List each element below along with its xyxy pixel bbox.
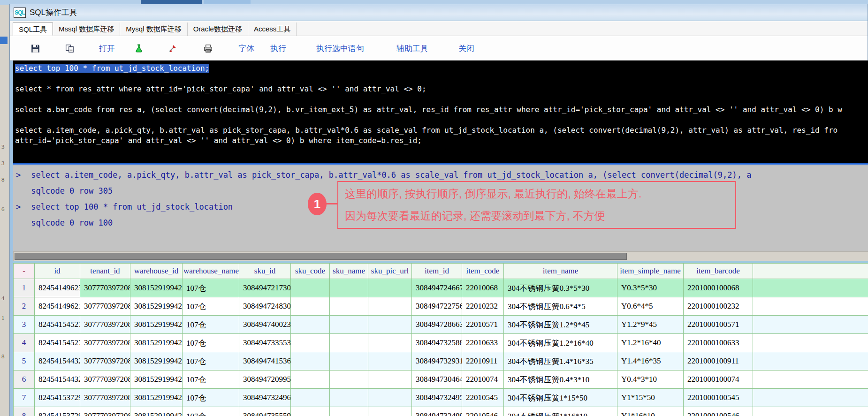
table-cell[interactable]: [368, 371, 412, 389]
tab-item-3[interactable]: Oracle数据迁移: [188, 23, 248, 36]
table-cell[interactable]: [291, 334, 330, 352]
table-cell[interactable]: 107仓: [183, 297, 239, 316]
table-cell[interactable]: 22010571: [462, 316, 504, 334]
table-cell[interactable]: 304不锈钢压簧0.6*4*5: [504, 297, 617, 316]
table-cell[interactable]: 308152919942: [130, 316, 183, 334]
row-number[interactable]: 4: [14, 334, 35, 352]
table-cell[interactable]: 308494720995: [239, 371, 291, 389]
row-number[interactable]: 5: [14, 352, 35, 371]
table-cell[interactable]: [330, 389, 368, 407]
table-cell[interactable]: 2201000100074: [684, 371, 753, 389]
editor-line[interactable]: [15, 74, 868, 84]
table-cell[interactable]: Y1.2*9*45: [617, 316, 684, 334]
table-cell[interactable]: 308494721730: [239, 279, 291, 297]
editor-line[interactable]: select a.item_code, a.pick_qty, b.attr_v…: [15, 125, 868, 136]
table-cell[interactable]: [368, 407, 412, 416]
table-cell[interactable]: [330, 334, 368, 352]
table-cell[interactable]: 304不锈钢压簧0.4*3*10: [504, 371, 617, 389]
sql-editor[interactable]: select top 100 * from ut_jd_stock_locati…: [13, 61, 868, 163]
table-cell[interactable]: 308494732495: [412, 389, 462, 407]
table-cell[interactable]: 824541544326: [35, 352, 80, 371]
cutter-button[interactable]: [168, 42, 177, 54]
table-cell[interactable]: 107仓: [183, 371, 239, 389]
table-cell[interactable]: [291, 279, 330, 297]
open-button[interactable]: 打开: [99, 42, 115, 54]
row-number[interactable]: 2: [14, 297, 35, 316]
table-cell[interactable]: 308494740023: [239, 316, 291, 334]
table-cell[interactable]: 308494735559: [239, 407, 291, 416]
table-cell[interactable]: 2201000100546: [684, 407, 753, 416]
column-header-warehouse_name[interactable]: warehouse_name: [183, 264, 239, 279]
table-cell[interactable]: 22010545: [462, 389, 504, 407]
tab-sql-tools[interactable]: SQL工具: [13, 23, 53, 36]
editor-line[interactable]: [15, 94, 868, 105]
table-cell[interactable]: Y0.4*3*10: [617, 371, 684, 389]
table-row[interactable]: 5824541544326307770397208308152919942107…: [14, 352, 868, 371]
table-cell[interactable]: 308494733553: [239, 334, 291, 352]
table-cell[interactable]: [368, 297, 412, 316]
editor-line[interactable]: [15, 115, 868, 125]
table-cell[interactable]: [368, 316, 412, 334]
table-cell[interactable]: [291, 297, 330, 316]
table-cell[interactable]: 308152919942: [130, 389, 183, 407]
tab-item-2[interactable]: Mysql 数据库迁移: [120, 23, 187, 36]
table-cell[interactable]: [330, 316, 368, 334]
table-cell[interactable]: 308494724830: [239, 297, 291, 316]
table-cell[interactable]: 307770397208: [80, 352, 130, 371]
table-row[interactable]: 4824541545274307770397208308152919942107…: [14, 334, 868, 352]
column-header-item_id[interactable]: item_id: [412, 264, 462, 279]
table-cell[interactable]: 307770397208: [80, 371, 130, 389]
tab-item-4[interactable]: Access工具: [248, 23, 297, 36]
table-cell[interactable]: 824541537294: [35, 389, 80, 407]
table-cell[interactable]: [330, 407, 368, 416]
table-cell[interactable]: Y1.4*16*35: [617, 352, 684, 371]
table-cell[interactable]: [291, 371, 330, 389]
table-cell[interactable]: 304不锈钢压簧1*16*10: [504, 407, 617, 416]
table-cell[interactable]: 22010633: [462, 334, 504, 352]
table-cell[interactable]: 307770397208: [80, 297, 130, 316]
table-cell[interactable]: 2201000100571: [684, 316, 753, 334]
editor-line[interactable]: attr_id='pick_stor_capa' and attr_val <>…: [15, 136, 868, 146]
flask-button[interactable]: [135, 42, 143, 54]
table-cell[interactable]: 22010232: [462, 297, 504, 316]
column-header-warehouse_id[interactable]: warehouse_id: [130, 264, 183, 279]
execute-selected-button[interactable]: 执行选中语句: [316, 42, 364, 54]
table-cell[interactable]: 2201000100232: [684, 297, 753, 316]
column-header-sku_pic_url[interactable]: sku_pic_url: [368, 264, 412, 279]
row-number[interactable]: 3: [14, 316, 35, 334]
table-cell[interactable]: 22010911: [462, 352, 504, 371]
table-cell[interactable]: Y0.6*4*5: [617, 297, 684, 316]
table-cell[interactable]: [330, 279, 368, 297]
table-cell[interactable]: 107仓: [183, 389, 239, 407]
table-cell[interactable]: 2201000100911: [684, 352, 753, 371]
table-cell[interactable]: [368, 389, 412, 407]
aux-tools-button[interactable]: 辅助工具: [396, 42, 428, 54]
table-cell[interactable]: [330, 371, 368, 389]
table-cell[interactable]: 824541544324: [35, 371, 80, 389]
table-cell[interactable]: 308152919942: [130, 334, 183, 352]
table-cell[interactable]: [291, 316, 330, 334]
table-cell[interactable]: [368, 352, 412, 371]
table-cell[interactable]: 824541545275: [35, 316, 80, 334]
table-cell[interactable]: 308494722756: [412, 297, 462, 316]
table-cell[interactable]: 22010546: [462, 407, 504, 416]
editor-line[interactable]: select top 100 * from ut_jd_stock_locati…: [15, 63, 868, 74]
table-cell[interactable]: 308152919942: [130, 297, 183, 316]
save-button[interactable]: [31, 42, 40, 54]
table-cell[interactable]: 107仓: [183, 279, 239, 297]
editor-line[interactable]: select a.bar_code from res a, (select co…: [15, 105, 868, 115]
table-cell[interactable]: 308494724667: [412, 279, 462, 297]
table-cell[interactable]: 308494730464: [412, 371, 462, 389]
row-number[interactable]: 7: [14, 389, 35, 407]
table-cell[interactable]: 2201000100068: [684, 279, 753, 297]
table-cell[interactable]: 824541537291: [35, 407, 80, 416]
column-header-sku_code[interactable]: sku_code: [291, 264, 330, 279]
table-cell[interactable]: 304不锈钢压簧1*15*50: [504, 389, 617, 407]
column-header-sku_id[interactable]: sku_id: [239, 264, 291, 279]
table-cell[interactable]: 2201000100545: [684, 389, 753, 407]
column-header-item_name[interactable]: item_name: [504, 264, 617, 279]
table-cell[interactable]: 107仓: [183, 334, 239, 352]
table-cell[interactable]: 308152919942: [130, 279, 183, 297]
table-cell[interactable]: 308494728663: [412, 316, 462, 334]
close-button[interactable]: 关闭: [458, 42, 474, 54]
